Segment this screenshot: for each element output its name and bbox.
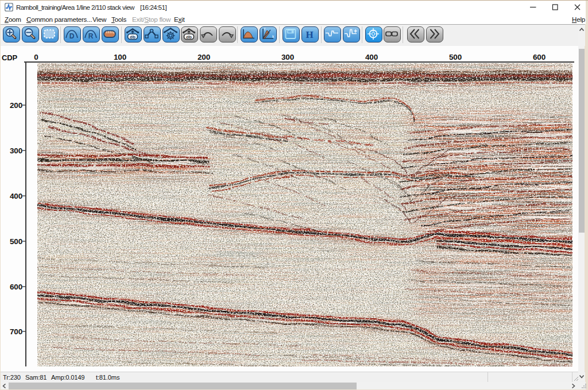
svg-text:D: D <box>69 32 75 40</box>
svg-text:H: H <box>306 29 314 40</box>
svg-text:R: R <box>88 32 94 40</box>
svg-text:f: f <box>264 27 265 31</box>
svg-text:db: db <box>187 34 192 40</box>
svg-text:db: db <box>130 34 136 40</box>
svg-text:k: k <box>272 34 274 38</box>
